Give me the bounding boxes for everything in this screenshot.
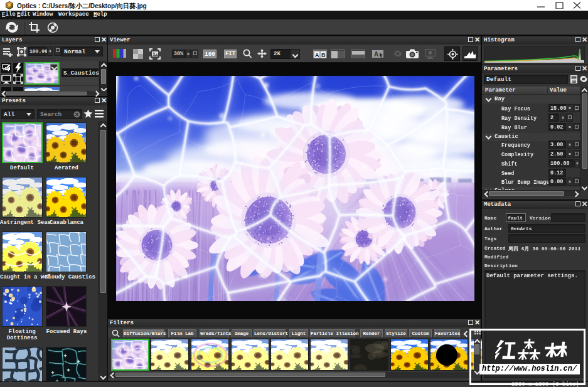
svg-text:A: A bbox=[374, 51, 378, 58]
svg-text:B: B bbox=[321, 52, 326, 58]
svg-text:PDF: PDF bbox=[572, 81, 577, 83]
svg-text:A: A bbox=[315, 52, 319, 58]
